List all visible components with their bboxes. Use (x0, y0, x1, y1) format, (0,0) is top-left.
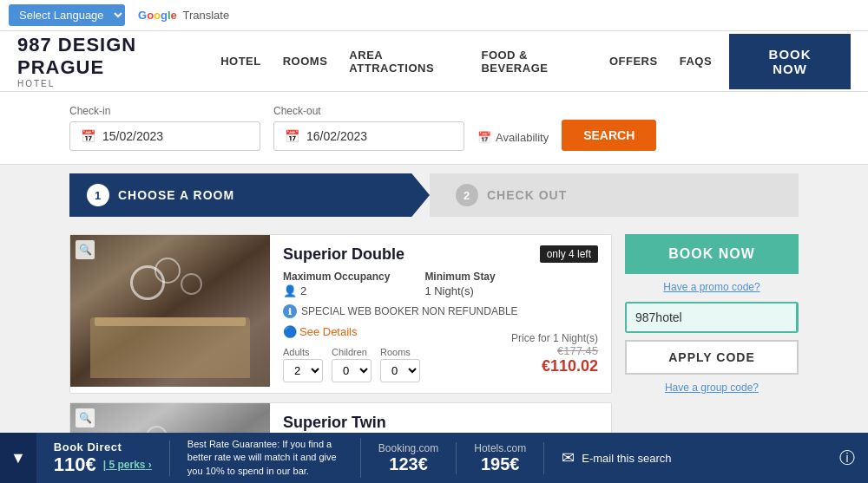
rooms-control: Rooms 0 (380, 347, 420, 382)
room-badge-double: only 4 left (540, 245, 598, 263)
min-stay-value: 1 Night(s) (424, 284, 495, 297)
adults-control: Adults 2 (283, 347, 323, 382)
email-search-section[interactable]: ✉ E-mail this search (544, 448, 688, 467)
step-2: 2 CHECK OUT (430, 173, 799, 217)
room-card-superior-double: 🔍 Superior Double only 4 left Maximum Oc… (69, 234, 612, 394)
info-button[interactable]: ⓘ (826, 447, 868, 468)
book-now-button[interactable]: BOOK NOW (729, 34, 851, 89)
hotel-name: 987 DESIGN PRAGUE (17, 34, 220, 79)
guarantee-section: Best Rate Guarantee: If you find a bette… (170, 438, 361, 478)
room-meta-double: Maximum Occupancy 👤 2 Minimum Stay 1 Nig… (283, 271, 598, 297)
calendar-icon-checkout: 📅 (285, 129, 299, 143)
rooms-select[interactable]: 0 (380, 359, 420, 382)
nav-links: HOTEL ROOMS AREA ATTRACTIONS FOOD & BEVE… (220, 49, 712, 75)
availability-icon: 📅 (477, 131, 491, 144)
zoom-icon-twin[interactable]: 🔍 (76, 408, 95, 428)
children-label: Children (332, 347, 372, 357)
checkin-field: Check-in 📅 15/02/2023 (69, 105, 260, 151)
min-stay-label: Minimum Stay (424, 271, 495, 283)
circle-info-icon: 🔵 (283, 325, 297, 338)
top-bar: Select Language Google Translate (0, 0, 868, 31)
perks-link[interactable]: | 5 perks › (103, 459, 152, 471)
book-direct-section: Book Direct 110€ | 5 perks › (36, 441, 170, 476)
price-old: €177.45 (511, 344, 598, 357)
nav-bar: 987 DESIGN PRAGUE HOTEL HOTEL ROOMS AREA… (0, 31, 868, 92)
step-2-label: CHECK OUT (487, 188, 567, 202)
details-side: 🔵 See Details Adults 2 (283, 325, 420, 382)
occupancy-value: 👤 2 (283, 284, 390, 297)
person-icon: 👤 (283, 284, 297, 297)
room-info-superior-double: Superior Double only 4 left Maximum Occu… (270, 235, 611, 393)
steps-bar: 1 CHOOSE A ROOM 2 CHECK OUT (69, 173, 799, 217)
nav-food[interactable]: FOOD & BEVERAGE (481, 49, 588, 75)
room-header-twin: Superior Twin (283, 414, 598, 432)
availability-label: 📅 Availability (477, 131, 549, 144)
hotels-com-price: 195€ (481, 454, 520, 474)
apply-code-button[interactable]: APPLY CODE (625, 340, 799, 375)
promo-input-row: ✕ (625, 302, 799, 333)
email-label: E-mail this search (582, 452, 671, 465)
children-select[interactable]: 0 (332, 359, 372, 382)
chevron-down-icon: ▼ (10, 449, 26, 467)
room-name-twin: Superior Twin (283, 414, 386, 432)
booking-com-name: Booking.com (378, 442, 438, 454)
promo-clear-button[interactable]: ✕ (796, 304, 799, 331)
nav-rooms[interactable]: ROOMS (283, 55, 328, 68)
refundable-note: ℹ SPECIAL WEB BOOKER NON REFUNDABLE (283, 304, 598, 318)
checkin-value: 15/02/2023 (102, 129, 163, 143)
book-direct-price: 110€ | 5 perks › (54, 454, 152, 476)
children-control: Children 0 (332, 347, 372, 382)
language-select[interactable]: Select Language (9, 4, 125, 26)
refundable-text: SPECIAL WEB BOOKER NON REFUNDABLE (301, 305, 518, 317)
group-code-link[interactable]: Have a group code? (625, 382, 799, 394)
min-stay-item: Minimum Stay 1 Night(s) (424, 271, 495, 297)
checkout-value: 16/02/2023 (306, 129, 367, 143)
booking-com-price: 123€ (389, 454, 428, 474)
sidebar-book-now[interactable]: BOOK NOW (625, 234, 799, 274)
step-1: 1 CHOOSE A ROOM (69, 173, 430, 217)
hotel-sub: HOTEL (17, 79, 220, 88)
adults-label: Adults (283, 347, 323, 357)
refund-icon: ℹ (283, 304, 297, 318)
room-image-superior-double[interactable]: 🔍 (70, 235, 270, 387)
search-bar: Check-in 📅 15/02/2023 Check-out 📅 16/02/… (0, 92, 868, 165)
bottom-bar: ▼ Book Direct 110€ | 5 perks › Best Rate… (0, 433, 868, 483)
room-name-double: Superior Double (283, 245, 404, 264)
promo-code-link[interactable]: Have a promo code? (625, 281, 799, 293)
booking-controls-double: Adults 2 Children 0 (283, 347, 420, 382)
checkin-input[interactable]: 📅 15/02/2023 (69, 121, 260, 151)
google-translate: Google Translate (138, 9, 229, 22)
promo-input[interactable] (627, 304, 796, 331)
email-icon: ✉ (562, 448, 575, 467)
nav-offers[interactable]: OFFERS (609, 55, 658, 68)
guarantee-text: Best Rate Guarantee: If you find a bette… (187, 439, 337, 476)
google-logo: Google (138, 9, 177, 22)
nav-area[interactable]: AREA ATTRACTIONS (349, 49, 459, 75)
google-translate-label: Translate (182, 9, 229, 22)
direct-price-value: 110€ (54, 454, 96, 476)
calendar-icon-checkin: 📅 (81, 129, 95, 143)
checkin-label: Check-in (69, 105, 260, 117)
step-1-number: 1 (87, 184, 109, 206)
booking-com-section: Booking.com 123€ (361, 442, 457, 474)
nav-faqs[interactable]: FAQS (680, 55, 712, 68)
hotels-com-name: Hotels.com (474, 442, 526, 454)
adults-select[interactable]: 2 (283, 359, 323, 382)
price-block-double: Price for 1 Night(s) €177.45 €110.02 (511, 332, 598, 375)
checkout-input[interactable]: 📅 16/02/2023 (273, 121, 464, 151)
checkout-field: Check-out 📅 16/02/2023 (273, 105, 464, 151)
rooms-label: Rooms (380, 347, 420, 357)
price-label: Price for 1 Night(s) (511, 332, 598, 344)
book-direct-label: Book Direct (54, 441, 152, 454)
step-2-number: 2 (456, 184, 478, 206)
nav-hotel[interactable]: HOTEL (220, 55, 261, 68)
see-details-double[interactable]: 🔵 See Details (283, 325, 420, 338)
zoom-icon-double[interactable]: 🔍 (76, 240, 95, 259)
hotels-com-section: Hotels.com 195€ (457, 442, 544, 474)
step-1-label: CHOOSE A ROOM (118, 188, 234, 202)
price-new: €110.02 (511, 357, 598, 375)
checkout-label: Check-out (273, 105, 464, 117)
search-button[interactable]: SEARCH (562, 120, 656, 151)
occupancy-label: Maximum Occupancy (283, 271, 390, 283)
bottom-collapse-button[interactable]: ▼ (0, 433, 36, 483)
